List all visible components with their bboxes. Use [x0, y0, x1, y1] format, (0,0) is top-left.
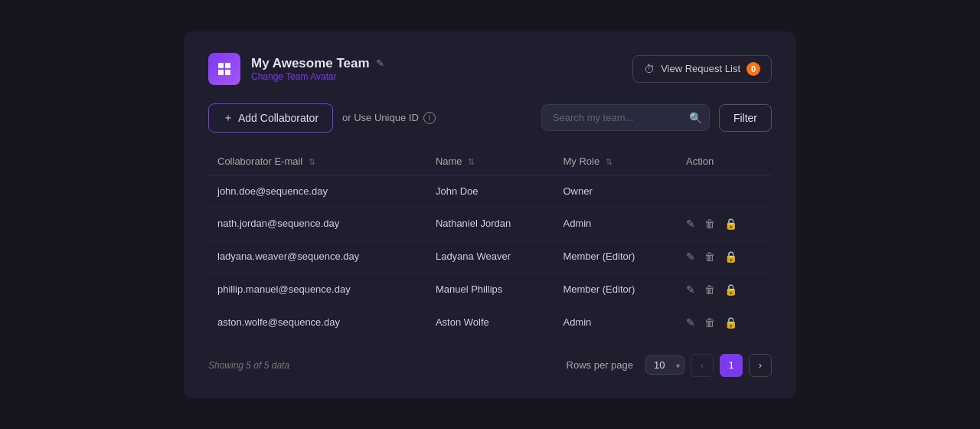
- cell-email: aston.wolfe@sequence.day: [208, 306, 426, 339]
- delete-icon[interactable]: 🗑: [704, 218, 715, 230]
- cell-email: phillip.manuel@sequence.day: [208, 273, 426, 306]
- table-row: nath.jordan@sequence.day Nathaniel Jorda…: [208, 207, 772, 240]
- table-row: phillip.manuel@sequence.day Manuel Phill…: [208, 273, 772, 306]
- clock-icon: ⏱: [644, 63, 655, 75]
- change-avatar-link[interactable]: Change Team Avatar: [251, 71, 384, 82]
- team-logo-icon: [218, 63, 230, 75]
- sort-role-icon[interactable]: ⇅: [606, 157, 612, 167]
- view-request-label: View Request List: [661, 63, 740, 74]
- view-request-button[interactable]: ⏱ View Request List 0: [632, 55, 772, 83]
- toolbar: ＋ Add Collaborator or Use Unique ID i 🔍 …: [208, 103, 772, 133]
- info-icon[interactable]: i: [423, 112, 436, 124]
- cell-action: ✎ 🗑 🔒: [677, 273, 772, 306]
- showing-text: Showing 5 of 5 data: [208, 360, 289, 371]
- request-badge: 0: [746, 62, 760, 76]
- team-name: My Awesome Team: [251, 56, 370, 71]
- table-row: ladyana.weaver@sequence.day Ladyana Weav…: [208, 240, 772, 273]
- collaborators-table: Collaborator E-mail ⇅ Name ⇅ My Role ⇅ A…: [208, 148, 772, 339]
- cell-action: ✎ 🗑 🔒: [677, 306, 772, 339]
- cell-role: Admin: [554, 306, 677, 339]
- cell-role: Owner: [554, 175, 677, 207]
- delete-icon[interactable]: 🗑: [704, 251, 715, 263]
- cell-role: Member (Editor): [554, 240, 677, 273]
- plus-icon: ＋: [223, 111, 234, 125]
- page-1-button[interactable]: 1: [720, 354, 743, 377]
- team-name-area: My Awesome Team ✎ Change Team Avatar: [251, 56, 384, 82]
- action-icons: ✎ 🗑 🔒: [686, 316, 763, 329]
- cell-email: nath.jordan@sequence.day: [208, 207, 426, 240]
- lock-icon[interactable]: 🔒: [724, 251, 737, 263]
- table-row: aston.wolfe@sequence.day Aston Wolfe Adm…: [208, 306, 772, 339]
- action-icons: ✎ 🗑 🔒: [686, 251, 763, 263]
- filter-button[interactable]: Filter: [719, 104, 772, 132]
- cell-email: ladyana.weaver@sequence.day: [208, 240, 426, 273]
- action-icons: ✎ 🗑 🔒: [686, 218, 763, 230]
- delete-icon[interactable]: 🗑: [704, 283, 715, 296]
- team-logo: [208, 53, 240, 85]
- unique-id-area: or Use Unique ID i: [342, 112, 436, 124]
- main-card: My Awesome Team ✎ Change Team Avatar ⏱ V…: [184, 31, 796, 398]
- search-icon: 🔍: [689, 112, 702, 124]
- cell-role: Member (Editor): [554, 273, 677, 306]
- pagination-area: Rows per page 10 25 50 ‹ 1 ›: [567, 354, 772, 377]
- col-name: Name ⇅: [426, 148, 554, 175]
- lock-icon[interactable]: 🔒: [724, 218, 737, 230]
- table-body: john.doe@sequence.day John Doe Owner nat…: [208, 175, 772, 339]
- table-header-row: Collaborator E-mail ⇅ Name ⇅ My Role ⇅ A…: [208, 148, 772, 175]
- cell-name: Manuel Phillips: [426, 273, 554, 306]
- rows-per-page-select[interactable]: 10 25 50: [645, 355, 684, 375]
- add-collaborator-label: Add Collaborator: [238, 112, 318, 124]
- or-use-label: or Use Unique ID: [342, 112, 419, 123]
- cell-name: Nathaniel Jordan: [426, 207, 554, 240]
- cell-action: [677, 175, 772, 207]
- edit-team-name-icon[interactable]: ✎: [376, 57, 384, 69]
- edit-icon[interactable]: ✎: [686, 316, 695, 329]
- rows-per-page-label: Rows per page: [567, 359, 633, 371]
- col-role: My Role ⇅: [554, 148, 677, 175]
- cell-email: john.doe@sequence.day: [208, 175, 426, 207]
- table-footer: Showing 5 of 5 data Rows per page 10 25 …: [208, 354, 772, 377]
- cell-role: Admin: [554, 207, 677, 240]
- edit-icon[interactable]: ✎: [686, 251, 695, 263]
- page-background: My Awesome Team ✎ Change Team Avatar ⏱ V…: [0, 0, 980, 429]
- add-collaborator-button[interactable]: ＋ Add Collaborator: [208, 103, 333, 133]
- prev-page-button[interactable]: ‹: [691, 354, 714, 377]
- search-wrap: 🔍: [541, 104, 710, 131]
- action-icons: ✎ 🗑 🔒: [686, 283, 763, 296]
- table-row: john.doe@sequence.day John Doe Owner: [208, 175, 772, 207]
- card-header: My Awesome Team ✎ Change Team Avatar ⏱ V…: [208, 53, 772, 85]
- col-action: Action: [677, 148, 772, 175]
- team-info: My Awesome Team ✎ Change Team Avatar: [208, 53, 384, 85]
- team-name-row: My Awesome Team ✎: [251, 56, 384, 71]
- cell-name: Ladyana Weaver: [426, 240, 554, 273]
- cell-action: ✎ 🗑 🔒: [677, 207, 772, 240]
- cell-name: Aston Wolfe: [426, 306, 554, 339]
- sort-name-icon[interactable]: ⇅: [468, 157, 475, 167]
- search-input[interactable]: [541, 104, 710, 131]
- col-email: Collaborator E-mail ⇅: [208, 148, 426, 175]
- cell-action: ✎ 🗑 🔒: [677, 240, 772, 273]
- rows-per-page-select-wrap: 10 25 50: [645, 355, 684, 375]
- sort-email-icon[interactable]: ⇅: [309, 157, 315, 167]
- edit-icon[interactable]: ✎: [686, 283, 695, 296]
- cell-name: John Doe: [426, 175, 554, 207]
- table-header: Collaborator E-mail ⇅ Name ⇅ My Role ⇅ A…: [208, 148, 772, 175]
- next-page-button[interactable]: ›: [749, 354, 772, 377]
- lock-icon[interactable]: 🔒: [724, 316, 737, 329]
- edit-icon[interactable]: ✎: [686, 218, 695, 230]
- lock-icon[interactable]: 🔒: [724, 283, 737, 296]
- delete-icon[interactable]: 🗑: [704, 316, 715, 329]
